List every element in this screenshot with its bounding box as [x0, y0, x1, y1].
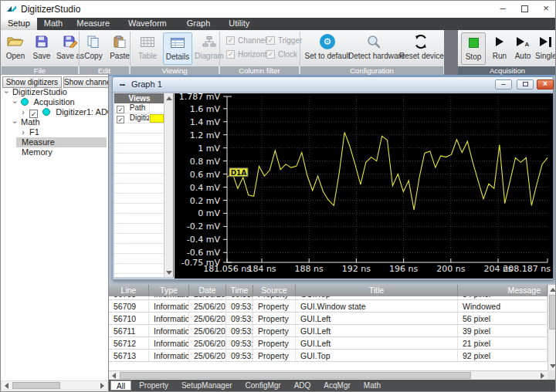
device-node-icon [42, 108, 50, 116]
maximize-button[interactable] [514, 1, 535, 18]
tree-item-measure[interactable]: Measure [16, 137, 107, 147]
channel-checkbox[interactable]: ✓ Channel [226, 36, 266, 45]
checkbox-icon[interactable]: ✓ [117, 116, 124, 123]
minimize-button[interactable]: – [492, 1, 514, 18]
log-tab-all[interactable]: All [110, 380, 131, 390]
show-digitizers-button[interactable]: Show digitizers [2, 76, 62, 88]
tree-item-acquisition[interactable]: › Acquisition [11, 97, 75, 107]
log-tab-acqmgr[interactable]: AcqMgr [318, 380, 355, 390]
chevron-down-icon[interactable]: › [10, 119, 20, 127]
svg-text:200 ns: 200 ns [436, 264, 465, 274]
open-folder-icon [2, 32, 29, 51]
run-button[interactable]: Run [489, 32, 510, 65]
graph-minimize-button[interactable]: – [495, 79, 512, 90]
graph-window-icon [120, 84, 125, 86]
log-header-type[interactable]: Type [149, 285, 189, 296]
graph-restore-button[interactable] [517, 79, 534, 90]
chevron-right-icon[interactable]: › [19, 107, 27, 117]
graph-window-title: Graph 1 [131, 79, 162, 89]
log-hscrollbar[interactable] [109, 370, 548, 380]
view-row-path[interactable]: ✓ Path [114, 103, 164, 113]
show-channels-button[interactable]: Show channels [63, 76, 109, 88]
svg-text:0.6 mV: 0.6 mV [190, 170, 221, 180]
chevron-right-icon[interactable]: › [19, 127, 27, 137]
table-grid-icon [134, 32, 161, 51]
tab-graph[interactable]: Graph [180, 18, 218, 30]
scroll-down-icon[interactable] [166, 271, 172, 275]
tab-setup[interactable]: Setup [1, 18, 37, 30]
ribbon: Open Save Save as Copy Paste [1, 30, 556, 75]
chevron-down-icon[interactable]: › [10, 99, 20, 106]
svg-text:0 mV: 0 mV [198, 208, 220, 218]
magnifier-icon [348, 32, 399, 51]
tree-item-f1[interactable]: › F1 [19, 127, 39, 137]
log-header-time[interactable]: Time [226, 285, 253, 296]
auto-button[interactable]: A Auto [512, 32, 534, 65]
scroll-thumb[interactable] [549, 295, 556, 329]
refresh-arrows-icon [399, 32, 442, 51]
tree-item-digitizer1[interactable]: › ✓ Digitizer1: ADQ14AC [19, 107, 109, 117]
svg-text:-0.4 mV: -0.4 mV [187, 235, 221, 245]
table-row[interactable]: 56713 Information 25/06/2020 09:53:45 Pr… [109, 350, 548, 362]
scroll-thumb[interactable] [12, 382, 60, 389]
tab-utility[interactable]: Utility [222, 18, 256, 30]
scroll-up-icon[interactable] [166, 96, 172, 100]
diagram-button[interactable]: Diagram [194, 32, 225, 65]
scroll-left-icon[interactable] [5, 383, 8, 389]
tab-measure[interactable]: Measure [70, 18, 117, 30]
tree-item-memory[interactable]: Memory [22, 147, 53, 157]
log-header-line[interactable]: Line [109, 285, 149, 296]
tree-item-digitizerstudio[interactable]: › DigitizerStudio [2, 87, 67, 97]
view-color-swatch[interactable] [150, 114, 164, 123]
log-tab-property[interactable]: Property [134, 380, 174, 390]
single-button[interactable]: Single [535, 32, 556, 65]
scroll-down-icon[interactable] [550, 364, 556, 368]
tab-math[interactable]: Math [37, 18, 70, 30]
reset-devices-button[interactable]: Reset devices [399, 32, 442, 65]
set-to-default-button[interactable]: ⚙ Set to default [303, 32, 351, 65]
scroll-thumb[interactable] [120, 372, 471, 379]
table-row[interactable]: 56711 Information 25/06/2020 09:53:44 Pr… [109, 325, 548, 337]
views-empty-rows [114, 123, 164, 277]
checkbox-icon[interactable]: ✓ [117, 106, 124, 113]
log-header-date[interactable]: Date [189, 285, 226, 296]
detect-hardware-button[interactable]: Detect hardware [348, 32, 399, 65]
close-button[interactable]: × [535, 1, 556, 18]
log-tab-setupmanager[interactable]: SetupManager [176, 380, 238, 390]
chevron-down-icon[interactable]: › [2, 89, 12, 96]
save-floppy-icon [30, 32, 53, 51]
log-vscrollbar[interactable] [548, 285, 556, 370]
log-tab-configmgr[interactable]: ConfigMgr [240, 380, 286, 390]
clock-checkbox[interactable]: ✓ Clock [266, 50, 297, 59]
details-button[interactable]: Details [163, 32, 192, 65]
log-header-message[interactable]: Message [458, 285, 548, 296]
scroll-up-icon[interactable] [550, 288, 556, 292]
graph-window-titlebar[interactable]: Graph 1 – × [113, 77, 553, 93]
log-header-title[interactable]: Title [296, 285, 458, 296]
save-button[interactable]: Save [30, 32, 53, 65]
title-bar[interactable]: DigitizerStudio – × [1, 1, 556, 18]
log-rows: 56708 Information 25/06/2020 09:53:42 Pr… [109, 296, 548, 370]
views-scrollbar[interactable] [164, 93, 173, 277]
graph-close-button[interactable]: × [537, 79, 554, 90]
table-row[interactable]: 56712 Information 25/06/2020 09:53:44 Pr… [109, 337, 548, 350]
log-header-source[interactable]: Source [253, 285, 296, 296]
table-row[interactable]: 56709 Information 25/06/2020 09:53:42 Pr… [109, 300, 548, 313]
copy-button[interactable]: Copy [81, 32, 106, 65]
scroll-right-icon[interactable] [541, 373, 544, 379]
log-tab-math[interactable]: Math [358, 380, 386, 390]
open-button[interactable]: Open [2, 32, 29, 65]
tree-item-math[interactable]: › Math [11, 117, 40, 127]
scroll-right-icon[interactable] [100, 383, 104, 389]
paste-button[interactable]: Paste [107, 32, 132, 65]
stop-button[interactable]: Stop [461, 32, 486, 65]
mdi-area: Graph 1 – × Views ✓ Path ✓ Digitiz... [109, 75, 556, 285]
scroll-left-icon[interactable] [112, 373, 116, 379]
tab-waveform[interactable]: Waveform [121, 18, 174, 30]
log-tab-adq[interactable]: ADQ [289, 380, 317, 390]
left-panel-hscrollbar[interactable] [1, 380, 108, 390]
table-row[interactable]: 56710 Information 25/06/2020 09:53:44 Pr… [109, 313, 548, 325]
table-button[interactable]: Table [134, 32, 161, 65]
svg-text:188 ns: 188 ns [295, 264, 324, 274]
trigger-checkbox[interactable]: ✓ Trigger [266, 36, 302, 45]
